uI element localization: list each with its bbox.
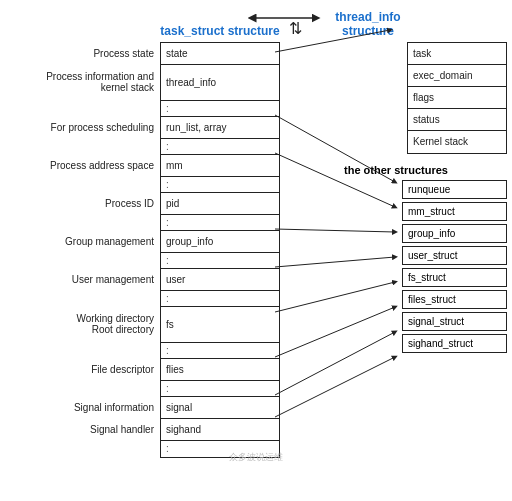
diagram: task_struct structure ⇅ thread_info stru…: [0, 0, 512, 468]
task-field-sep5: :: [161, 253, 279, 269]
label-sep7: [5, 342, 160, 358]
task-field-sep7: :: [161, 343, 279, 359]
thread-field-status: status: [408, 109, 506, 131]
task-field-thread-info: thread_info: [161, 65, 279, 101]
label-process-state: Process state: [5, 42, 160, 64]
task-field-sep3: :: [161, 177, 279, 193]
task-field-sep6: :: [161, 291, 279, 307]
label-sep2: [5, 138, 160, 154]
thread-field-task: task: [408, 43, 506, 65]
thread-field-exec-domain: exec_domain: [408, 65, 506, 87]
label-sep6: [5, 290, 160, 306]
task-field-mm: mm: [161, 155, 279, 177]
label-working-dir: Working directoryRoot directory: [5, 306, 160, 342]
other-box-signal-struct: signal_struct: [402, 312, 507, 331]
other-box-group-info: group_info: [402, 224, 507, 243]
task-field-state: state: [161, 43, 279, 65]
task-field-sep1: :: [161, 101, 279, 117]
label-scheduling: For process scheduling: [5, 116, 160, 138]
label-address-space: Process address space: [5, 154, 160, 176]
other-box-mm-struct: mm_struct: [402, 202, 507, 221]
task-field-run-list: run_list, array: [161, 117, 279, 139]
thread-info-title: thread_info structure: [335, 10, 400, 38]
label-file-desc: File descriptor: [5, 358, 160, 380]
task-field-user: user: [161, 269, 279, 291]
watermark: 众多波说运维: [0, 451, 512, 464]
other-structures-title: the other structures: [285, 164, 507, 176]
thread-info-column: task exec_domain flags status Kernel sta…: [407, 42, 507, 154]
task-struct-column: state thread_info : run_list, array : mm…: [160, 42, 280, 458]
label-signal-info: Signal information: [5, 396, 160, 418]
task-field-pid: pid: [161, 193, 279, 215]
label-sep1: [5, 100, 160, 116]
label-process-id: Process ID: [5, 192, 160, 214]
label-signal-handler: Signal handler: [5, 418, 160, 440]
thread-field-flags: flags: [408, 87, 506, 109]
label-process-info: Process information andkernel stack: [5, 64, 160, 100]
task-field-signal: signal: [161, 397, 279, 419]
label-user-mgmt: User management: [5, 268, 160, 290]
other-box-files-struct: files_struct: [402, 290, 507, 309]
label-sep5: [5, 252, 160, 268]
task-field-fs: fs: [161, 307, 279, 343]
task-field-sep2: :: [161, 139, 279, 155]
task-field-group-info: group_info: [161, 231, 279, 253]
task-field-sep4: :: [161, 215, 279, 231]
thread-field-kernel-stack: Kernel stack: [408, 131, 506, 153]
label-sep3: [5, 176, 160, 192]
other-box-runqueue: runqueue: [402, 180, 507, 199]
labels-column: Process state Process information andker…: [5, 42, 160, 456]
label-group-mgmt: Group management: [5, 230, 160, 252]
task-field-sighand: sighand: [161, 419, 279, 441]
label-sep8: [5, 380, 160, 396]
task-struct-title: task_struct structure: [160, 24, 279, 38]
task-field-flies: flies: [161, 359, 279, 381]
task-field-sep8: :: [161, 381, 279, 397]
other-box-sighand-struct: sighand_struct: [402, 334, 507, 353]
other-box-fs-struct: fs_struct: [402, 268, 507, 287]
label-sep4: [5, 214, 160, 230]
other-box-user-struct: user_struct: [402, 246, 507, 265]
